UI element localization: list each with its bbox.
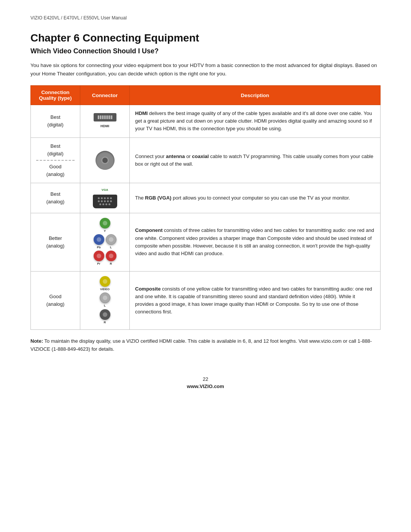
- col-header-description: Description: [130, 86, 381, 105]
- footer-url: www.VIZIO.com: [30, 383, 381, 389]
- table-row: Best(digital): [31, 105, 381, 137]
- note-text: To maintain the display quality, use a V…: [30, 338, 372, 352]
- description-cell-component: Component consists of three cables for t…: [130, 213, 381, 271]
- connector-cell-vga: VGA: [80, 183, 130, 213]
- intro-paragraph: You have six options for connecting your…: [30, 61, 381, 78]
- quality-cell-hdmi: Best(digital): [31, 105, 80, 137]
- chapter-title: Chapter 6 Connecting Equipment: [30, 32, 381, 44]
- page-number: 22: [30, 376, 381, 382]
- manual-header: VIZIO E420VL / E470VL / E550VL User Manu…: [30, 15, 381, 21]
- connection-table: Connection Quality (type) Connector Desc…: [30, 85, 381, 330]
- connector-cell-component: Y Pb L: [80, 213, 130, 271]
- hdmi-connector-icon: HDMI: [86, 113, 124, 129]
- quality-cell-coaxial: Best(digital) Good(analog): [31, 137, 80, 183]
- note-paragraph: Note: To maintain the display quality, u…: [30, 337, 381, 353]
- component-connector-icon: Y Pb L: [86, 218, 124, 267]
- col-header-quality: Connection Quality (type): [31, 86, 80, 105]
- quality-cell-component: Better(analog): [31, 213, 80, 271]
- section-title: Which Video Connection Should I Use?: [30, 47, 381, 55]
- note-label: Note:: [30, 338, 43, 344]
- connector-cell-composite: VIDEO L R: [80, 271, 130, 329]
- connector-cell-hdmi: HDMI: [80, 105, 130, 137]
- quality-cell-vga: Best(analog): [31, 183, 80, 213]
- table-row: Best(digital) Good(analog) Connect your …: [31, 137, 381, 183]
- quality-cell-composite: Good(analog): [31, 271, 80, 329]
- table-row: Good(analog) VIDEO L: [31, 271, 381, 329]
- description-cell-hdmi: HDMI delivers the best image quality of …: [130, 105, 381, 137]
- coaxial-connector-icon: [86, 151, 124, 170]
- col-header-connector: Connector: [80, 86, 130, 105]
- connector-cell-coaxial: [80, 137, 130, 183]
- composite-connector-icon: VIDEO L R: [86, 276, 124, 325]
- table-row: Best(analog) VGA: [31, 183, 381, 213]
- manual-title: VIZIO E420VL / E470VL / E550VL User Manu…: [30, 15, 127, 21]
- description-cell-coaxial: Connect your antenna or coaxial cable to…: [130, 137, 381, 183]
- vga-connector-icon: VGA: [86, 188, 124, 208]
- page-footer: 22 www.VIZIO.com: [30, 376, 381, 389]
- description-cell-composite: Composite consists of one yellow cable f…: [130, 271, 381, 329]
- table-row: Better(analog) Y Pb: [31, 213, 381, 271]
- hdmi-label: HDMI: [100, 124, 109, 129]
- description-cell-vga: The RGB (VGA) port allows you to connect…: [130, 183, 381, 213]
